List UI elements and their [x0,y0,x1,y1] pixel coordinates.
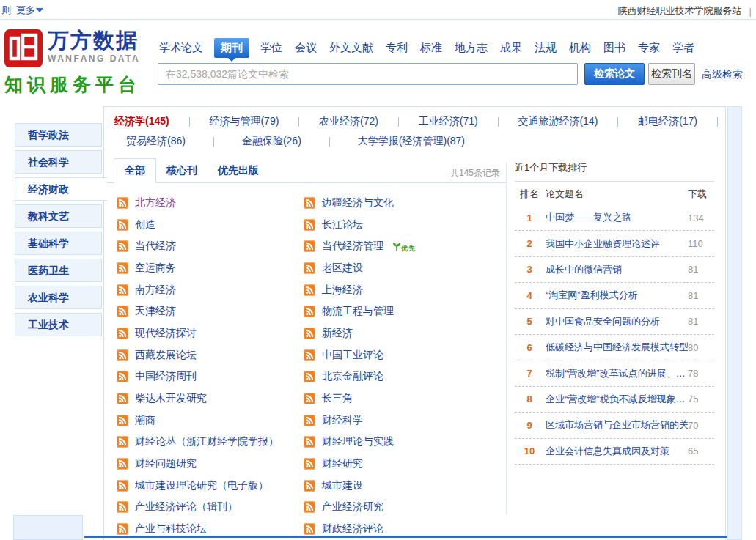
journal-link[interactable]: 城市建设 [322,479,363,492]
rss-icon[interactable] [304,393,315,404]
paper-title-link[interactable]: 成长中的微信营销 [544,263,688,276]
category-economics[interactable]: 经济学(145) [114,115,169,128]
journal-link[interactable]: 创造 [135,218,155,232]
search-input[interactable] [158,63,578,85]
search-journal-button[interactable]: 检索刊名 [648,63,695,85]
category-industrial-economy[interactable]: 工业经济(71) [419,115,478,128]
nav-item-academic-paper[interactable]: 学术论文 [158,39,205,57]
nav-item-regulations[interactable]: 法规 [533,39,558,57]
rss-icon[interactable] [117,458,128,470]
rss-icon[interactable] [117,197,128,209]
paper-title-link[interactable]: 企业会计信息失真成因及对策 [544,445,688,458]
nav-item-scholars[interactable]: 学者 [671,39,696,57]
journal-link[interactable]: 财经问题研究 [135,457,197,470]
nav-item-foreign-literature[interactable]: 外文文献 [328,39,375,57]
rss-icon[interactable] [304,480,315,492]
nav-item-books[interactable]: 图书 [602,39,627,57]
sidebar-item-agriculture[interactable]: 农业科学 [15,286,102,309]
rss-icon[interactable] [117,219,128,231]
sidebar-item-basic-science[interactable]: 基础科学 [15,232,102,255]
rss-icon[interactable] [117,240,128,252]
journal-link[interactable]: 老区建设 [322,262,363,275]
paper-title-link[interactable]: 税制“营改增”改革试点的进展、… [544,367,688,380]
rss-icon[interactable] [117,371,128,382]
rss-icon[interactable] [304,219,315,231]
nav-item-experts[interactable]: 专家 [636,39,661,57]
rss-icon[interactable] [304,436,315,448]
nav-item-degree[interactable]: 学位 [259,39,284,57]
journal-link[interactable]: 西藏发展论坛 [135,349,197,362]
category-trade-economy[interactable]: 贸易经济(86) [126,135,186,148]
journal-link[interactable]: 城市建设理论研究（电子版） [135,479,268,492]
journal-link[interactable]: 财经论丛（浙江财经学院学报） [135,435,279,448]
rss-icon[interactable] [117,523,128,535]
rss-icon[interactable] [304,501,315,513]
paper-title-link[interactable]: 企业“营改增”税负不减反增现象… [544,393,688,406]
search-paper-button[interactable]: 检索论文 [584,63,645,85]
sidebar-item-social-science[interactable]: 社会科学 [15,150,102,174]
journal-link[interactable]: 南方经济 [135,284,176,297]
journal-link[interactable]: 财政经济评论 [322,522,383,536]
rss-icon[interactable] [117,415,128,426]
rss-icon[interactable] [304,328,315,339]
journal-link[interactable]: 中国经济周刊 [135,370,197,383]
rss-icon[interactable] [117,328,128,339]
journal-link[interactable]: 财经研究 [322,457,363,470]
rss-icon[interactable] [304,371,315,382]
rss-icon[interactable] [304,306,315,317]
sidebar-item-philosophy-politics[interactable]: 哲学政法 [15,123,102,147]
category-finance-insurance[interactable]: 金融保险(26) [242,135,301,148]
sidebar-item-education-culture[interactable]: 教科文艺 [15,204,102,228]
rss-icon[interactable] [117,284,128,296]
tab-core-journals[interactable]: 核心刊 [156,159,208,182]
nav-item-patent[interactable]: 专利 [384,39,409,57]
rss-icon[interactable] [117,480,128,492]
rss-icon[interactable] [304,240,315,252]
journal-link[interactable]: 潮商 [135,414,155,427]
journal-link[interactable]: 当代经济 [135,240,176,253]
paper-title-link[interactable]: 对中国食品安全问题的分析 [544,315,688,328]
rss-icon[interactable] [117,436,128,448]
rss-icon[interactable] [304,523,315,535]
journal-link[interactable]: 财经理论与实践 [322,435,394,448]
paper-title-link[interactable]: 中国梦——复兴之路 [544,211,688,224]
tab-priority-publishing[interactable]: 优先出版 [208,159,269,182]
journal-link[interactable]: 上海经济 [322,284,363,297]
category-economy-management[interactable]: 经济与管理(79) [209,115,279,128]
paper-title-link[interactable]: “淘宝网”盈利模式分析 [544,289,688,302]
journal-link[interactable]: 边疆经济与文化 [322,196,394,210]
priority-publish-badge[interactable]: 优先 [392,241,416,252]
nav-item-journal[interactable]: 期刊 [214,38,249,58]
journal-link[interactable]: 柴达木开发研究 [135,392,207,405]
topbar-truncated-link[interactable]: 则 [1,4,11,17]
journal-link[interactable]: 北京金融评论 [322,370,383,383]
journal-link[interactable]: 长三角 [322,392,353,405]
journal-link[interactable]: 产业经济研究 [322,500,383,514]
journal-link[interactable]: 当代经济管理 [322,240,383,253]
rss-icon[interactable] [117,393,128,404]
paper-title-link[interactable]: 我国中小企业融资理论述评 [544,237,688,251]
journal-link[interactable]: 物流工程与管理 [322,305,394,318]
rss-icon[interactable] [304,197,315,209]
wanfang-logo[interactable]: 万方数据 WANFANG DATA 知识服务平台 [4,29,155,97]
advanced-search-link[interactable]: 高级检索 [702,68,743,81]
category-university-journal[interactable]: 大学学报(经济管理)(87) [358,135,465,148]
journal-link[interactable]: 天津经济 [135,305,176,318]
sidebar-item-economy-finance[interactable]: 经济财政 [15,177,107,201]
journal-link[interactable]: 空运商务 [135,262,176,275]
rss-icon[interactable] [304,415,315,426]
journal-link[interactable]: 产业与科技论坛 [135,522,207,536]
nav-item-achievements[interactable]: 成果 [499,39,524,57]
sidebar-item-medicine-health[interactable]: 医药卫生 [15,259,102,282]
journal-link[interactable]: 现代经济探讨 [135,327,197,340]
category-post-telecom-economy[interactable]: 邮电经济(17) [638,115,697,128]
category-agricultural-economy[interactable]: 农业经济(72) [319,115,378,128]
journal-link[interactable]: 新经济 [322,327,353,340]
nav-item-institutions[interactable]: 机构 [568,39,592,57]
journal-link[interactable]: 长江论坛 [322,218,363,232]
journal-link[interactable]: 财经科学 [322,414,363,427]
journal-link[interactable]: 北方经济 [135,196,176,210]
rss-icon[interactable] [117,262,128,274]
rss-icon[interactable] [304,284,315,296]
nav-item-conference[interactable]: 会议 [293,39,318,57]
